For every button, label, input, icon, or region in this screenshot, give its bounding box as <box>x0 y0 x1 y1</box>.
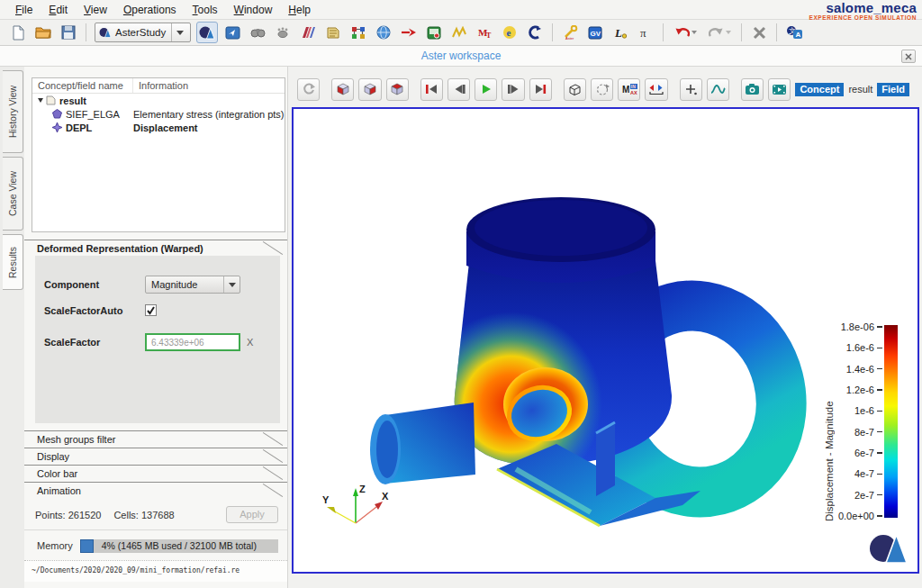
colorbar-tick: 1.8e-06 <box>841 321 874 332</box>
tab-results[interactable]: Results <box>3 234 23 290</box>
menu-file[interactable]: File <box>7 2 41 18</box>
module-selector[interactable]: AsterStudy <box>95 23 191 42</box>
record-movie-icon[interactable] <box>768 78 791 101</box>
cube-face-top-icon[interactable] <box>386 78 409 101</box>
svg-text:e: e <box>507 27 511 38</box>
apply-button[interactable]: Apply <box>226 506 278 523</box>
menu-window[interactable]: Window <box>226 2 281 18</box>
binoculars-icon[interactable] <box>247 22 268 43</box>
main-area: History View Case View Results Concept/f… <box>0 67 922 588</box>
pi-console-icon[interactable]: π <box>635 22 656 43</box>
colorbar-tick: 8e-7 <box>854 427 874 438</box>
tree-info: Elementary stress (integration pts) <box>133 109 285 120</box>
menu-view[interactable]: View <box>76 2 115 18</box>
module-selector-value: AsterStudy <box>115 27 166 38</box>
range-fit-icon[interactable] <box>645 78 667 101</box>
mt-module-icon[interactable]: MT <box>474 22 495 43</box>
result-badge[interactable]: result <box>848 84 872 95</box>
first-frame-icon[interactable] <box>420 78 443 101</box>
save-icon[interactable] <box>58 22 79 43</box>
open-file-icon[interactable] <box>32 22 54 43</box>
salome-meca-logo: salome_meca EXPERIENCE OPEN SIMULATION <box>809 1 917 22</box>
menu-operations[interactable]: Operations <box>115 2 185 18</box>
object-browser-icon[interactable] <box>348 22 369 43</box>
section-mesh-groups-filter[interactable]: Mesh groups filter <box>24 430 287 448</box>
tree-row-sief-elga[interactable]: SIEF_ELGA Elementary stress (integration… <box>32 107 285 121</box>
translate-icon[interactable]: 文A <box>783 22 805 43</box>
chevron-down-icon[interactable] <box>171 23 186 41</box>
salome-meca-window: File Edit View Operations Tools Window H… <box>0 0 922 588</box>
curve-xy-icon[interactable] <box>448 22 470 43</box>
section-deformed-representation[interactable]: Deformed Representation (Warped) <box>24 240 287 257</box>
tree-label: DEPL <box>66 122 92 133</box>
tree-label: result <box>59 95 86 106</box>
min-max-icon[interactable]: MINAX <box>618 78 640 101</box>
redo-button[interactable] <box>704 22 735 43</box>
scalefactor-unit: X <box>247 337 253 348</box>
component-dropdown[interactable]: Magnitude <box>145 276 240 294</box>
last-frame-icon[interactable] <box>529 78 552 101</box>
play-icon[interactable] <box>475 78 497 101</box>
scalefactor-input[interactable] <box>145 333 240 351</box>
brand-title: salome_meca <box>809 1 917 14</box>
section-color-bar[interactable]: Color bar <box>24 465 287 482</box>
asterstudy-module-icon[interactable] <box>196 22 218 43</box>
tree-row-result[interactable]: result <box>32 94 285 107</box>
section-animation[interactable]: Animation <box>24 482 287 499</box>
expander-icon[interactable] <box>38 98 43 103</box>
console-icon[interactable] <box>221 22 243 43</box>
globe-icon[interactable] <box>373 22 394 43</box>
snapshot-icon[interactable] <box>741 78 764 101</box>
deformed-settings-box: Component Magnitude ScaleFactorAuto Scal… <box>35 256 280 423</box>
script-l-icon[interactable]: L <box>610 22 631 43</box>
concept-badge[interactable]: Concept <box>795 83 844 96</box>
undo-button[interactable] <box>670 22 701 43</box>
eficas-icon[interactable]: e <box>499 22 520 43</box>
field-badge[interactable]: Field <box>877 83 909 96</box>
next-frame-icon[interactable] <box>502 78 524 101</box>
section-display[interactable]: Display <box>24 448 287 465</box>
rotation-circle-icon[interactable] <box>591 78 613 101</box>
trace-step-icon[interactable] <box>272 22 294 43</box>
scalefactorauto-checkbox[interactable] <box>145 304 157 316</box>
notebook-icon[interactable] <box>322 22 344 43</box>
scalefactor-label: ScaleFactor <box>44 337 145 348</box>
workspace-title: Aster workspace <box>421 50 502 62</box>
menu-tools[interactable]: Tools <box>185 2 226 18</box>
memory-row: Memory 4% (1465 MB used / 32100 MB total… <box>37 538 278 553</box>
viewport-area: MINAX Concept result Field <box>288 67 922 588</box>
paravis-slices-icon[interactable] <box>297 22 319 43</box>
menu-edit[interactable]: Edit <box>41 2 76 18</box>
aster-tools-icon[interactable]: Aster <box>559 22 581 43</box>
delete-icon[interactable] <box>748 22 770 43</box>
connector-icon[interactable] <box>398 22 420 43</box>
update-icon[interactable] <box>297 78 320 101</box>
plot-curve-icon[interactable] <box>707 78 729 101</box>
previous-frame-icon[interactable] <box>447 78 470 101</box>
colorbar-tick: 1.2e-6 <box>846 384 874 395</box>
code-coupler-icon[interactable] <box>524 22 546 43</box>
3d-viewport[interactable]: Displacement - Magnitude 1.8e-06 1.6e-6 … <box>292 107 919 574</box>
job-monitor-icon[interactable] <box>423 22 445 43</box>
clipping-box-icon[interactable] <box>564 78 586 101</box>
svg-text:T: T <box>486 32 492 39</box>
probe-icon[interactable] <box>680 78 702 101</box>
menu-help[interactable]: Help <box>280 2 319 18</box>
tree-row-depl[interactable]: DEPL Displacement <box>32 121 285 134</box>
colorbar-tick: 6e-7 <box>854 448 874 458</box>
gv-viewer-icon[interactable]: GV <box>584 22 606 43</box>
field-icon <box>52 122 62 132</box>
colorbar-gradient <box>884 325 898 518</box>
menu-bar: File Edit View Operations Tools Window H… <box>0 0 922 20</box>
new-document-icon[interactable] <box>7 22 29 43</box>
tab-case-view[interactable]: Case View <box>3 157 23 231</box>
axis-x-label: X <box>382 491 389 502</box>
close-icon[interactable] <box>901 50 916 63</box>
points-label: Points: <box>35 510 66 520</box>
cube-face-right-icon[interactable] <box>358 78 381 101</box>
svg-text:π: π <box>640 26 646 40</box>
cube-face-left-icon[interactable] <box>331 78 354 101</box>
mode-badges: Concept result Field <box>795 83 917 96</box>
tab-history-view[interactable]: History View <box>3 70 23 153</box>
svg-text:M: M <box>622 85 629 95</box>
